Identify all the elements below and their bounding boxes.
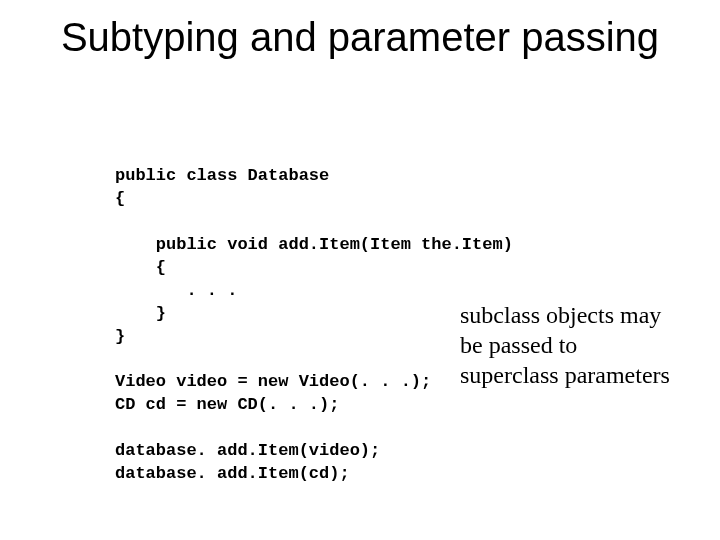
code-line: } xyxy=(115,327,125,346)
slide-title: Subtyping and parameter passing xyxy=(0,0,720,60)
code-line: . . . xyxy=(115,281,237,300)
code-line: { xyxy=(115,258,166,277)
code-line: database. add.Item(video); xyxy=(115,441,380,460)
slide: Subtyping and parameter passing public c… xyxy=(0,0,720,540)
code-line: database. add.Item(cd); xyxy=(115,464,350,483)
code-block: public class Database { public void add.… xyxy=(115,165,513,486)
side-note: subclass objects may be passed to superc… xyxy=(460,300,680,390)
code-line: public void add.Item(Item the.Item) xyxy=(115,235,513,254)
code-line: public class Database xyxy=(115,166,329,185)
code-line: Video video = new Video(. . .); xyxy=(115,372,431,391)
code-line: } xyxy=(115,304,166,323)
code-line: CD cd = new CD(. . .); xyxy=(115,395,339,414)
code-line: { xyxy=(115,189,125,208)
